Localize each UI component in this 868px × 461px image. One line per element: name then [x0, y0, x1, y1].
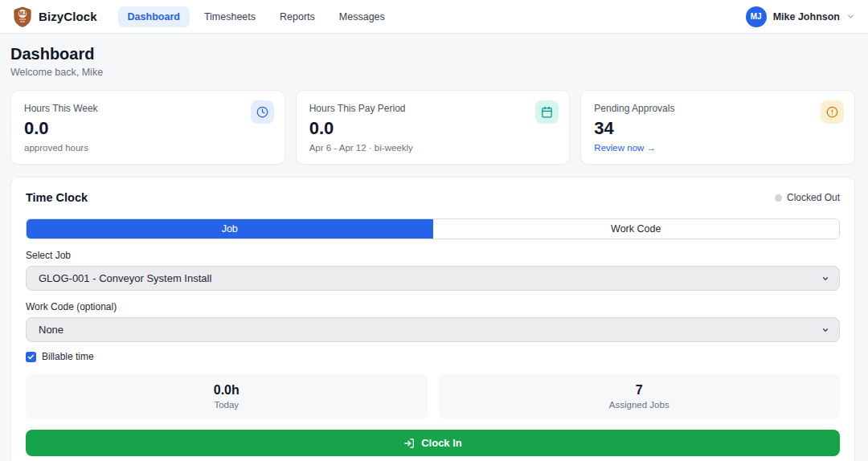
- time-clock-card: Time Clock Clocked Out Job Work Code Sel…: [10, 177, 855, 461]
- user-menu[interactable]: MJ Mike Johnson: [746, 6, 855, 27]
- summary-label: Assigned Jobs: [609, 400, 669, 410]
- job-select-value: GLOG-001 - Conveyor System Install: [39, 272, 821, 284]
- clock-in-label: Clock In: [421, 437, 462, 449]
- checkbox-checked-icon[interactable]: [26, 352, 36, 362]
- stat-subtext: Apr 6 - Apr 12 · bi-weekly: [309, 143, 557, 153]
- stat-label: Hours This Pay Period: [309, 103, 557, 114]
- avatar: MJ: [746, 6, 767, 27]
- job-select[interactable]: GLOG-001 - Conveyor System Install: [26, 266, 840, 291]
- stat-value: 0.0: [24, 118, 272, 139]
- stat-label: Pending Approvals: [594, 103, 841, 114]
- alert-circle-icon: [821, 100, 844, 124]
- stat-card-pay-period: Hours This Pay Period 0.0 Apr 6 - Apr 12…: [296, 90, 571, 165]
- chevron-down-icon: [846, 12, 855, 21]
- chevron-down-icon: [821, 326, 829, 334]
- tab-work-code[interactable]: Work Code: [433, 219, 840, 239]
- page-subtitle: Welcome back, Mike: [10, 67, 855, 78]
- brand-name: BizyClock: [39, 10, 97, 23]
- nav-item-reports[interactable]: Reports: [270, 6, 325, 27]
- stat-card-pending-approvals: Pending Approvals 34 Review now →: [580, 90, 855, 165]
- billable-time-checkbox-row[interactable]: Billable time: [26, 351, 840, 362]
- nav-item-dashboard[interactable]: Dashboard: [118, 6, 190, 27]
- summary-value: 0.0h: [214, 383, 240, 398]
- time-clock-title: Time Clock: [26, 191, 88, 204]
- select-job-label: Select Job: [26, 250, 840, 261]
- summary-label: Today: [214, 400, 239, 410]
- clock-in-button[interactable]: Clock In: [26, 430, 840, 456]
- summary-assigned-jobs: 7 Assigned Jobs: [439, 373, 841, 419]
- work-code-label: Work Code (optional): [26, 301, 840, 312]
- log-in-icon: [403, 438, 415, 449]
- clock-icon: [251, 100, 274, 124]
- bizyclock-logo-icon: MJ: [13, 6, 32, 27]
- brand[interactable]: MJ BizyClock: [13, 6, 97, 27]
- stat-card-hours-week: Hours This Week 0.0 approved hours: [10, 90, 285, 165]
- stat-label: Hours This Week: [24, 103, 272, 114]
- work-code-select-value: None: [39, 324, 821, 336]
- stat-value: 0.0: [309, 118, 557, 139]
- review-now-link[interactable]: Review now →: [594, 143, 656, 153]
- main-nav: Dashboard Timesheets Reports Messages: [118, 6, 395, 27]
- clock-status: Clocked Out: [775, 192, 840, 203]
- clock-summary: 0.0h Today 7 Assigned Jobs: [26, 373, 840, 419]
- work-code-select[interactable]: None: [26, 317, 840, 342]
- summary-value: 7: [636, 383, 643, 398]
- status-dot-icon: [775, 194, 782, 202]
- stat-value: 34: [594, 118, 841, 139]
- stats-row: Hours This Week 0.0 approved hours Hours…: [10, 90, 855, 165]
- calendar-icon: [535, 100, 559, 124]
- stat-subtext: approved hours: [24, 143, 272, 153]
- nav-item-messages[interactable]: Messages: [330, 6, 395, 27]
- clock-status-label: Clocked Out: [787, 192, 840, 203]
- svg-text:MJ: MJ: [18, 10, 26, 16]
- nav-item-timesheets[interactable]: Timesheets: [194, 6, 265, 27]
- summary-today: 0.0h Today: [26, 373, 428, 419]
- chevron-down-icon: [821, 275, 829, 283]
- page-content: Dashboard Welcome back, Mike Hours This …: [0, 34, 868, 461]
- user-name: Mike Johnson: [773, 11, 840, 22]
- tab-job[interactable]: Job: [27, 219, 433, 239]
- clock-mode-tabs: Job Work Code: [26, 218, 840, 239]
- billable-time-label: Billable time: [42, 351, 94, 362]
- top-navigation-bar: MJ BizyClock Dashboard Timesheets Report…: [0, 0, 868, 34]
- page-title: Dashboard: [10, 45, 855, 63]
